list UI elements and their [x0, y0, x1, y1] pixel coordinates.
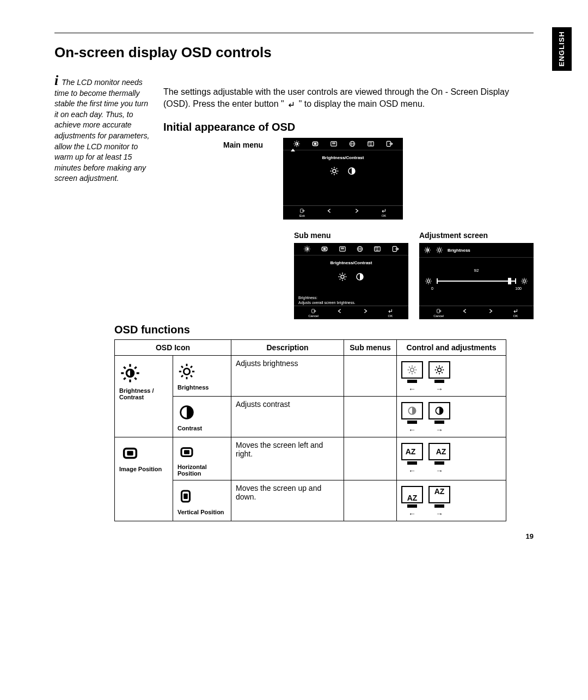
hpos-icon [177, 444, 196, 460]
side-note: iThe LCD monitor needs time to become th… [54, 77, 152, 319]
exit-icon [435, 308, 443, 314]
osd-main-menu: Brightness/Contrast Exit OK [283, 138, 403, 220]
control-down: AZ ← [401, 486, 423, 518]
brightcontrast-icon [303, 245, 311, 253]
arrow-right-icon [362, 308, 369, 314]
osd-adjustment-screen: Brightness 92 0 100 [419, 243, 534, 319]
iset-icon [338, 245, 347, 253]
control-decrease: ← [401, 402, 423, 434]
brightcontrast-icon [292, 140, 301, 148]
arrow-left-icon [336, 308, 344, 314]
osd-sub-menu: Brightness/Contrast Brightness: Adjusts … [294, 243, 408, 319]
control-left: AZ ← [401, 443, 423, 474]
tools-icon [373, 245, 382, 253]
iset-icon [329, 140, 338, 148]
page-title: On-screen display OSD controls [54, 44, 534, 61]
subheading-initial: Initial appearance of OSD [163, 119, 534, 135]
brightness-icon [436, 246, 443, 254]
enter-icon [286, 101, 296, 108]
adjust-value: 92 [419, 267, 534, 273]
language-tab: ENGLISH [552, 27, 572, 71]
brightness-icon [338, 272, 347, 282]
osd-main-title: Brightness/Contrast [283, 155, 403, 161]
control-up: AZ → [428, 486, 450, 518]
label-adjustment: Adjustment screen [419, 230, 534, 241]
page-number: 19 [54, 532, 534, 540]
tools-icon [366, 140, 375, 148]
control-right: AZ → [428, 443, 450, 474]
label-sub-menu: Sub menu [294, 230, 408, 241]
subheading-functions: OSD functions [114, 324, 534, 336]
osd-functions-table: OSD Icon Description Sub menus Control a… [114, 339, 506, 521]
arrow-left-icon [461, 308, 469, 314]
arrow-right-icon [353, 208, 360, 214]
hpos-icon [320, 245, 329, 253]
brightcontrast-icon [424, 246, 431, 254]
arrow-left-icon [326, 208, 333, 214]
contrast-icon [347, 166, 357, 176]
brightness-low-icon [425, 277, 432, 285]
enter-icon [380, 208, 388, 214]
hpos-icon [311, 140, 320, 148]
brightcontrast-icon [119, 362, 141, 384]
enter-icon [512, 308, 519, 314]
brightness-icon [177, 362, 196, 381]
enter-icon [387, 308, 394, 314]
control-decrease: ← [401, 361, 423, 393]
brightness-high-icon [520, 277, 528, 285]
arrow-right-icon [487, 308, 494, 314]
intro-paragraph: The settings adjustable with the user co… [163, 86, 534, 111]
slider [437, 281, 516, 282]
control-increase: → [428, 361, 450, 393]
control-increase: → [428, 402, 450, 434]
label-main-menu: Main menu [223, 140, 274, 151]
exit-icon [310, 308, 317, 314]
contrast-icon [177, 403, 196, 422]
brightness-icon [329, 166, 339, 176]
globe-icon [356, 245, 364, 253]
top-rule [54, 33, 534, 33]
exit-icon [385, 140, 394, 148]
exit-icon [391, 245, 400, 253]
exit-icon [298, 208, 306, 214]
vpos-icon [177, 487, 194, 506]
contrast-icon [355, 272, 365, 282]
info-icon: i [54, 72, 58, 88]
globe-icon [348, 140, 357, 148]
hpos-icon [119, 444, 141, 462]
osd-sub-title: Brightness/Contrast [294, 260, 408, 266]
